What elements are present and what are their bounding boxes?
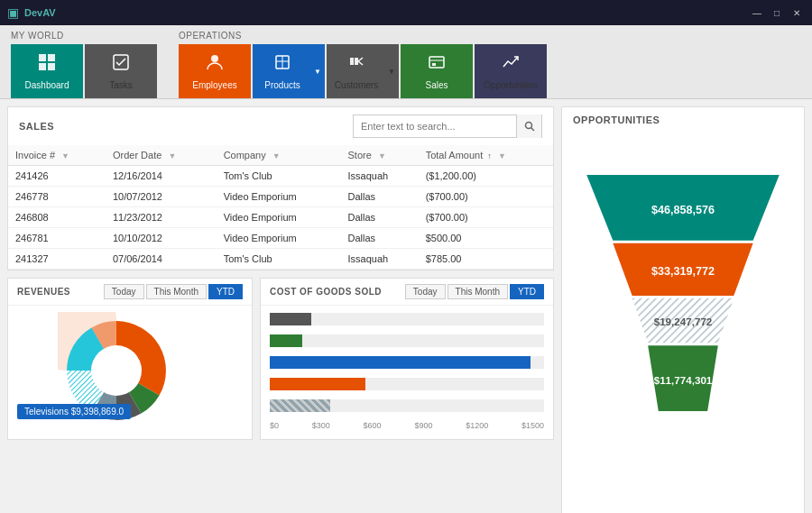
x-axis-labels: $0 $300 $600 $900 $1200 $1500	[270, 421, 544, 430]
bar-fill-3	[270, 378, 365, 390]
x-label-4: $1200	[466, 421, 488, 430]
nav-item-dashboard[interactable]: Dashboard	[11, 44, 83, 98]
nav-item-sales[interactable]: Sales	[401, 44, 473, 98]
search-button[interactable]	[516, 115, 541, 138]
nav-group-operations-label: OPERATIONS	[179, 31, 547, 41]
nav-item-customers[interactable]: Customers ▼	[327, 44, 399, 98]
title-bar: ▣ DevAV — □ ✕	[0, 0, 812, 25]
dashboard-label: Dashboard	[25, 80, 69, 90]
cell-amount: ($1,200.00)	[419, 166, 553, 187]
nav-group-operations: OPERATIONS Employees	[179, 31, 547, 98]
revenue-title: REVENUES	[17, 287, 70, 297]
cell-invoice: 246808	[8, 207, 106, 228]
x-label-1: $300	[312, 421, 330, 430]
svg-point-5	[211, 55, 218, 62]
customers-label: Customers	[335, 80, 378, 90]
products-arrow: ▼	[314, 68, 321, 76]
table-row[interactable]: 246808 11/23/2012 Video Emporium Dallas …	[8, 207, 553, 228]
nav-item-employees[interactable]: Employees	[179, 44, 251, 98]
tasks-icon	[111, 52, 131, 77]
title-bar-controls[interactable]: — □ ✕	[749, 5, 805, 21]
search-box[interactable]	[353, 115, 542, 138]
search-input[interactable]	[354, 121, 516, 132]
cell-company: Video Emporium	[217, 187, 341, 207]
revenue-panel: REVENUES Today This Month YTD	[7, 278, 253, 440]
cell-invoice: 241426	[8, 166, 106, 187]
sales-icon	[427, 52, 447, 77]
cell-orderdate: 12/16/2014	[106, 166, 217, 187]
nav-item-opportunities[interactable]: Opportunities	[475, 44, 547, 98]
app-icon: ▣	[7, 5, 19, 20]
col-company[interactable]: Company ▼	[217, 145, 341, 166]
col-invoice[interactable]: Invoice # ▼	[8, 145, 106, 166]
close-btn[interactable]: ✕	[789, 5, 805, 21]
employees-label: Employees	[192, 80, 236, 90]
bar-container-2	[270, 356, 544, 369]
cell-orderdate: 10/10/2012	[106, 228, 217, 249]
col-store[interactable]: Store ▼	[341, 145, 419, 166]
col-orderdate[interactable]: Order Date ▼	[106, 145, 217, 166]
table-row[interactable]: 241426 12/16/2014 Tom's Club Issaquah ($…	[8, 166, 553, 187]
employees-icon	[205, 52, 225, 77]
revenue-tab-ytd[interactable]: YTD	[208, 284, 243, 299]
cell-orderdate: 11/23/2012	[106, 207, 217, 228]
svg-text:$33,319,772: $33,319,772	[651, 264, 715, 277]
svg-rect-15	[432, 63, 436, 66]
bar-row-4	[270, 398, 544, 414]
opportunities-title: OPPORTUNITIES	[573, 115, 660, 125]
revenue-tab-group: Today This Month YTD	[104, 284, 243, 299]
opportunities-label: Opportunities	[484, 80, 537, 90]
bar-container-4	[270, 399, 544, 412]
nav-item-products[interactable]: Products ▼	[253, 44, 325, 98]
bar-fill-1	[270, 334, 302, 347]
revenue-tab-month[interactable]: This Month	[146, 284, 207, 299]
cogs-tab-ytd[interactable]: YTD	[510, 284, 544, 299]
cell-store: Dallas	[341, 228, 419, 249]
donut-area: Televisions $9,398,869.0	[8, 306, 252, 435]
bar-fill-2	[270, 356, 531, 369]
nav-items-operations: Employees Products ▼	[179, 44, 547, 98]
maximize-btn[interactable]: □	[769, 5, 785, 21]
x-label-0: $0	[270, 421, 279, 430]
svg-text:$46,858,576: $46,858,576	[651, 203, 715, 215]
filter-store-icon[interactable]: ▼	[378, 151, 386, 160]
svg-rect-1	[48, 54, 55, 61]
bar-fill-4	[270, 399, 330, 412]
cell-amount: $785.00	[419, 249, 553, 270]
cogs-tab-month[interactable]: This Month	[448, 284, 508, 299]
sales-panel-header: SALES	[8, 107, 553, 145]
cell-amount: ($700.00)	[419, 187, 553, 207]
col-amount[interactable]: Total Amount ↑ ▼	[419, 145, 553, 166]
svg-rect-2	[39, 63, 46, 70]
cogs-tab-group: Today This Month YTD	[405, 284, 544, 299]
table-row[interactable]: 246778 10/07/2012 Video Emporium Dallas …	[8, 187, 553, 207]
table-row[interactable]: 241327 07/06/2014 Tom's Club Issaquah $7…	[8, 249, 553, 270]
cogs-header: COST OF GOODS SOLD Today This Month YTD	[261, 279, 553, 306]
filter-orderdate-icon[interactable]: ▼	[168, 151, 176, 160]
svg-rect-9	[350, 58, 354, 65]
filter-invoice-icon[interactable]: ▼	[61, 151, 69, 160]
filter-amount-icon[interactable]: ▼	[498, 151, 506, 160]
sales-panel: SALES Invoice # ▼	[7, 106, 554, 270]
nav-bar: MY WORLD Dashboard	[0, 25, 812, 99]
minimize-btn[interactable]: —	[749, 5, 765, 21]
cell-invoice: 241327	[8, 249, 106, 270]
nav-item-tasks[interactable]: Tasks	[85, 44, 157, 98]
table-row[interactable]: 246781 10/10/2012 Video Emporium Dallas …	[8, 228, 553, 249]
sort-amount-icon[interactable]: ↑	[487, 151, 492, 160]
svg-rect-13	[429, 57, 444, 68]
bar-fill-0	[270, 313, 311, 325]
cogs-title: COST OF GOODS SOLD	[270, 287, 382, 297]
funnel-chart: $46,858,576 $33,319,772 $19,247,772 $11,…	[575, 175, 791, 472]
cell-company: Tom's Club	[217, 249, 341, 270]
cell-amount: ($700.00)	[419, 207, 553, 228]
bar-row-3	[270, 376, 544, 392]
filter-company-icon[interactable]: ▼	[272, 151, 281, 160]
cell-amount: $500.00	[419, 228, 553, 249]
cogs-tab-today[interactable]: Today	[405, 284, 446, 299]
revenue-tab-today[interactable]: Today	[104, 284, 144, 299]
products-icon	[272, 52, 292, 77]
svg-line-11	[358, 58, 363, 61]
sales-table: Invoice # ▼ Order Date ▼ Company ▼ Sto	[8, 145, 553, 270]
sales-label: Sales	[425, 80, 448, 90]
